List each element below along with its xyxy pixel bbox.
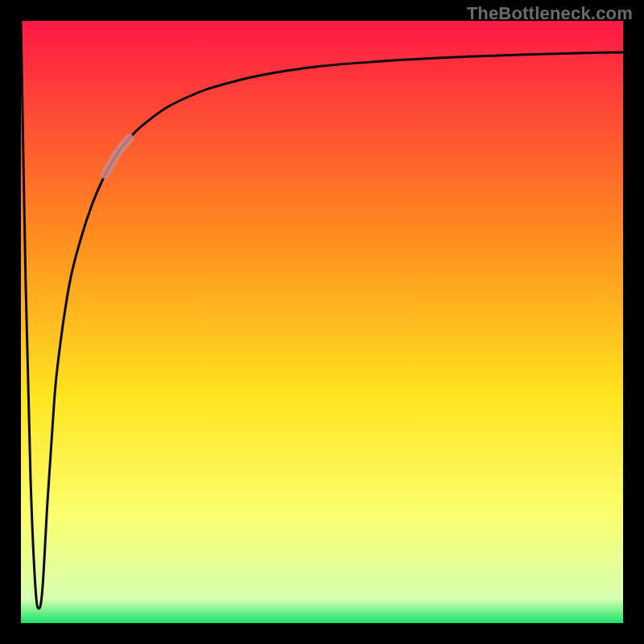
watermark-text: TheBottleneck.com: [467, 3, 633, 24]
plot-area: [21, 21, 623, 623]
bottleneck-chart: [0, 0, 644, 644]
chart-frame: TheBottleneck.com: [0, 0, 644, 644]
background-gradient: [21, 21, 623, 623]
